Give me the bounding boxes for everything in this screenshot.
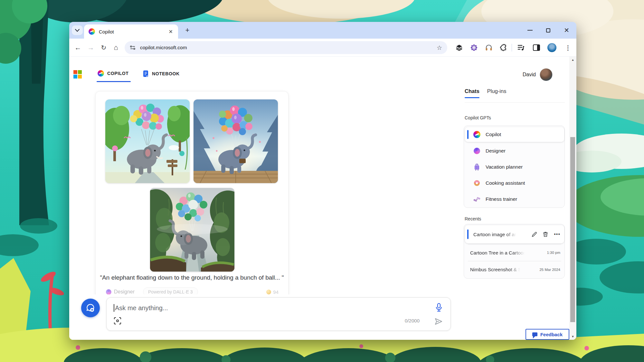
dumbbell-icon [473,196,480,202]
chat-input[interactable]: Ask me anything... [106,297,451,331]
more-options-icon[interactable]: ••• [554,231,560,237]
notebook-icon [143,70,149,77]
copilot-icon [473,131,480,138]
media-playlist-icon[interactable] [516,43,526,52]
minimize-icon[interactable] [527,30,533,31]
scroll-down-icon[interactable]: ▼ [569,334,576,339]
close-icon[interactable]: ✕ [564,27,569,33]
flower-extension-icon[interactable] [469,43,479,52]
edit-pencil-icon[interactable] [532,232,537,237]
extensions-puzzle-icon[interactable] [499,43,508,52]
tab-notebook-label: NOTEBOOK [152,71,180,76]
send-button[interactable] [434,318,443,327]
maximize-icon[interactable] [546,28,550,32]
gpt-item-designer[interactable]: Designer [465,143,564,159]
sidebar-tab-plugins[interactable]: Plug-ins [487,88,507,94]
donut-icon [473,180,480,187]
gpt-item-vacation-planner[interactable]: Vacation planner [465,159,564,175]
send-icon [434,318,443,325]
recent-item-1[interactable]: Cartoon image of an ••• [465,225,564,243]
sidebar-divider [465,102,565,103]
designer-label: Designer [114,289,135,295]
active-indicator [467,130,469,139]
recent-item-2[interactable]: Cartoon Tree in a Cartoon 1:30 pm [465,245,564,261]
chats-tab-underline [465,97,479,98]
gpt-item-copilot[interactable]: Copilot [465,127,564,142]
feedback-label: Feedback [540,332,563,337]
tab-notebook[interactable]: NOTEBOOK [143,70,180,77]
feedback-button[interactable]: Feedback [526,329,569,340]
image-caption: "An elephant floating down to the ground… [96,274,288,281]
generated-image-3[interactable] [150,188,234,272]
tab-close-icon[interactable]: ✕ [168,29,174,35]
copilot-icon [98,70,104,77]
tab-title: Copilot [99,29,168,34]
menu-kebab-icon[interactable]: ⋮ [563,43,573,52]
input-placeholder: Ask me anything... [114,304,168,312]
recent-item-3[interactable]: Nimbus Screenshot & S 25 Mar 2024 [465,261,564,278]
new-chat-button[interactable] [81,299,100,317]
avatar[interactable] [540,68,553,81]
desktop: Copilot ✕ + ✕ ← → ↻ ⌂ [0,0,644,362]
tab-search-button[interactable] [72,25,83,35]
coin-icon [266,290,271,294]
gpts-list: Copilot Designer Vacation [464,125,565,208]
generated-image-1[interactable] [105,99,190,183]
user-name: David [523,72,536,78]
boost-counter: 94 [266,289,279,295]
browser-tab-copilot[interactable]: Copilot ✕ [84,24,178,39]
url-text[interactable]: copilot.microsoft.com [140,45,437,51]
browser-window: Copilot ✕ + ✕ ← → ↻ ⌂ [69,22,576,340]
sidebar-tabs: Chats Plug-ins [465,88,506,94]
side-panel-icon[interactable] [532,43,541,52]
browser-tab-strip: Copilot ✕ + ✕ [69,22,576,39]
new-tab-button[interactable]: + [183,26,192,35]
home-button[interactable]: ⌂ [111,43,121,52]
char-counter: 0/2000 [405,318,420,323]
luggage-icon [474,163,480,171]
user-account[interactable]: David [523,68,553,81]
mic-button[interactable] [435,303,443,314]
feedback-chat-icon [532,332,537,336]
headphones-extension-icon[interactable] [484,43,494,52]
active-indicator [467,229,469,239]
back-button[interactable]: ← [73,43,83,52]
delete-trash-icon[interactable] [543,231,548,237]
copilot-tab-underline [97,81,131,82]
tab-copilot-label: COPILOT [107,71,128,76]
toolbar-divider [512,44,512,51]
new-chat-icon [86,303,95,313]
browser-toolbar: ← → ↻ ⌂ copilot.microsoft.com ☆ [69,39,576,57]
microsoft-logo[interactable] [73,70,82,79]
generated-image-2[interactable] [194,99,278,183]
recents-list: Cartoon image of an ••• [464,224,565,279]
mic-icon [435,303,443,312]
tab-copilot[interactable]: COPILOT [98,70,128,77]
layers-icon[interactable] [454,43,464,52]
composer-region: Ask me anything... [69,294,568,340]
copilot-page: COPILOT NOTEBOOK David [69,57,576,340]
scrollbar-thumb[interactable] [570,137,575,322]
gpts-header: Copilot GPTs [465,115,491,120]
bookmark-star-icon[interactable]: ☆ [437,44,442,51]
new-tab-icon: + [185,26,190,34]
designer-icon [106,289,111,295]
forward-button[interactable]: → [86,43,96,52]
screenshot-button[interactable] [114,317,121,326]
reload-button[interactable]: ↻ [99,43,109,52]
screenshot-icon [114,317,121,325]
text-cursor [114,304,114,312]
sidebar-tab-chats[interactable]: Chats [465,88,479,94]
gpt-item-fitness-trainer[interactable]: Fitness trainer [465,191,564,207]
window-controls: ✕ [527,22,569,39]
recents-header: Recents [465,216,481,221]
chat-response-card: "An elephant floating down to the ground… [95,91,289,305]
copilot-favicon [89,28,95,35]
address-bar[interactable]: copilot.microsoft.com ☆ [125,41,447,54]
profile-avatar[interactable] [547,43,557,52]
gpt-item-cooking-assistant[interactable]: Cooking assistant [465,175,564,191]
scroll-up-icon[interactable]: ▲ [569,57,576,62]
designer-icon [474,148,480,154]
site-info-icon[interactable] [130,45,136,50]
chevron-down-icon [75,29,80,32]
